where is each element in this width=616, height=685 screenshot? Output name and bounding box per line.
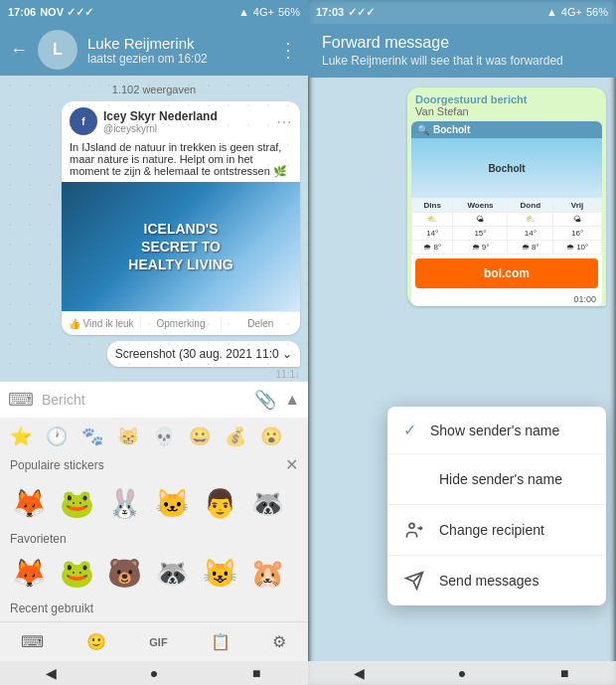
forward-subtitle: Luke Reijmerink will see that it was for…: [322, 54, 602, 68]
close-section-icon[interactable]: ✕: [285, 455, 298, 474]
indicators-right: ✓✓✓: [348, 6, 375, 19]
left-panel: 17:06 NOV ✓✓✓ ▲ 4G+ 56% ← L Luke Reijmer…: [0, 0, 308, 685]
recents-nav-btn[interactable]: ■: [246, 663, 266, 683]
post-title: Icey Skyr Nederland: [103, 109, 218, 123]
icons-right: ▲ 4G+ 56%: [546, 6, 608, 18]
post-header: f Icey Skyr Nederland @iceyskyrnl ⋯: [62, 101, 300, 141]
forward-header: Forward message Luke Reijmerink will see…: [308, 24, 616, 78]
avatar: L: [38, 30, 77, 70]
sticker-panel: ⭐ 🕐 🐾 😸 💀 😀 💰 😮 Populaire stickers ✕ 🦊 🐸…: [0, 418, 308, 621]
hide-sender-label: Hide sender's name: [439, 471, 590, 487]
weather-temp: 14°: [508, 227, 553, 241]
weather-table: Dins Woens Dond Vrij ⛅ 🌤 ⛅ 🌤 14° 15°: [411, 198, 602, 255]
sticker-item[interactable]: 🐰: [103, 482, 145, 524]
emoji-tab-wow[interactable]: 😮: [260, 426, 282, 447]
weather-city: Bocholt: [488, 163, 525, 174]
comment-action[interactable]: Opmerking: [140, 316, 220, 331]
video-time: 01:00: [411, 292, 602, 306]
inner-title: Bocholt: [433, 124, 470, 135]
weather-temp: 16°: [553, 227, 602, 241]
post-subtitle: @iceyskyrnl: [103, 123, 218, 134]
battery-right-icon: 56%: [586, 6, 608, 18]
sticker-item[interactable]: 🐹: [246, 552, 288, 594]
recents-nav-btn-right[interactable]: ■: [554, 663, 574, 683]
emoji-tab-star[interactable]: ⭐: [10, 426, 32, 447]
send-icon: [403, 570, 425, 592]
wifi-icon: ▲: [238, 6, 249, 18]
input-row: ⌨ Bericht 📎 ▲: [0, 382, 308, 418]
settings-nav-icon[interactable]: ⚙: [272, 632, 286, 651]
send-messages-label: Send messages: [439, 573, 590, 589]
sticker-item[interactable]: 🐸: [56, 552, 97, 594]
post-actions: 👍 Vind ik leuk Opmerking Delen: [62, 311, 300, 335]
emoji-tab-paw[interactable]: 🐾: [81, 426, 103, 447]
emoji-tab-skull[interactable]: 💀: [153, 426, 175, 447]
chat-header: ← L Luke Reijmerink laatst gezien om 16:…: [0, 24, 308, 76]
bol-banner: bol.com: [415, 258, 598, 288]
change-recipient-icon: [403, 519, 425, 541]
weather-temp: 15°: [453, 227, 508, 241]
gif-nav-icon[interactable]: GIF: [149, 636, 167, 648]
sticker-item[interactable]: 🐱: [151, 482, 193, 524]
like-action[interactable]: 👍 Vind ik leuk: [62, 316, 140, 331]
inner-header: 🔍 Bocholt: [411, 121, 602, 138]
emoji-bottom-nav: ⌨ 🙂 GIF 📋 ⚙: [0, 621, 308, 661]
message-input[interactable]: Bericht: [42, 388, 246, 412]
sticker-nav-icon[interactable]: 📋: [211, 632, 231, 651]
status-icons-left: ▲ 4G+ 56%: [238, 6, 300, 18]
status-bar-right: 17:03 ✓✓✓ ▲ 4G+ 56%: [308, 0, 616, 24]
sticker-item[interactable]: 🦊: [8, 552, 50, 594]
sticker-item[interactable]: 🦊: [8, 482, 50, 524]
forwarded-card: Doorgestuurd bericht Van Stefan 🔍 Bochol…: [407, 87, 606, 306]
back-button[interactable]: ←: [10, 40, 28, 61]
emoji-nav-icon[interactable]: 🙂: [86, 632, 106, 651]
post-image-text: ICELAND'SSECRET TOHEALTY LIVING: [128, 220, 232, 274]
sticker-item[interactable]: 🐸: [56, 482, 97, 524]
weather-low: 🌧 10°: [553, 241, 602, 255]
back-nav-btn-right[interactable]: ◀: [350, 663, 370, 683]
battery-icon: 56%: [278, 6, 300, 18]
forward-title: Forward message: [322, 34, 602, 52]
emoji-tab-coin[interactable]: 💰: [225, 426, 246, 447]
sticker-item[interactable]: 🐻: [103, 552, 145, 594]
input-area: ⌨ Bericht 📎 ▲ ⭐ 🕐 🐾 😸 💀 😀 💰 😮 Populaire …: [0, 381, 308, 661]
back-nav-btn[interactable]: ◀: [42, 663, 62, 683]
system-nav-left: ◀ ● ■: [0, 661, 308, 685]
emoji-tab-smile[interactable]: 😀: [189, 426, 211, 447]
sticker-item[interactable]: 🦝: [151, 552, 193, 594]
emoji-tab-cat[interactable]: 😸: [117, 426, 139, 447]
sticker-item[interactable]: 👨: [199, 482, 240, 524]
attachment-icon[interactable]: 📎: [254, 389, 276, 411]
recent-header: Recent gebruikt: [0, 598, 308, 617]
weather-image: Bocholt: [411, 138, 602, 198]
keyboard-icon[interactable]: ⌨: [8, 389, 34, 411]
weather-temp: 14°: [412, 227, 453, 241]
screenshot-bubble: Screenshot (30 aug. 2021 11:0 ⌄ 11:1↓: [107, 341, 300, 380]
menu-item-change-recipient[interactable]: Change recipient: [387, 505, 606, 556]
status-time-left: 17:06 NOV ✓✓✓: [8, 6, 93, 19]
hide-sender-icon: [403, 468, 425, 490]
post-more[interactable]: ⋯: [276, 112, 292, 131]
sticker-item[interactable]: 🦝: [246, 482, 288, 524]
menu-button[interactable]: ⋮: [278, 38, 298, 62]
contact-status: laatst gezien om 16:02: [87, 52, 268, 66]
menu-item-hide-sender[interactable]: Hide sender's name: [387, 454, 606, 505]
sticker-item[interactable]: 😺: [199, 552, 240, 594]
keyboard-nav-icon[interactable]: ⌨: [21, 632, 44, 651]
menu-item-show-sender[interactable]: ✓ Show sender's name: [387, 407, 606, 454]
view-counter: 1.102 weergaven: [8, 84, 300, 95]
forwarded-content: 🔍 Bocholt Bocholt Dins Woens Dond Vrij ⛅: [411, 121, 602, 306]
home-nav-btn[interactable]: ●: [144, 663, 164, 683]
post-meta: Icey Skyr Nederland @iceyskyrnl: [103, 109, 218, 134]
emoji-tab-recent[interactable]: 🕐: [46, 426, 68, 447]
post-image: ICELAND'SSECRET TOHEALTY LIVING: [62, 182, 300, 311]
popular-stickers-header: Populaire stickers ✕: [0, 451, 308, 478]
share-action[interactable]: Delen: [221, 316, 300, 331]
weather-low: 🌧 8°: [412, 241, 453, 255]
home-nav-btn-right[interactable]: ●: [452, 663, 472, 683]
header-info: Luke Reijmerink laatst gezien om 16:02: [87, 35, 268, 66]
emoji-tabs: ⭐ 🕐 🐾 😸 💀 😀 💰 😮: [0, 422, 308, 451]
menu-item-send-messages[interactable]: Send messages: [387, 556, 606, 605]
expand-icon[interactable]: ▲: [284, 391, 300, 409]
check-icon: ✓: [403, 421, 416, 439]
